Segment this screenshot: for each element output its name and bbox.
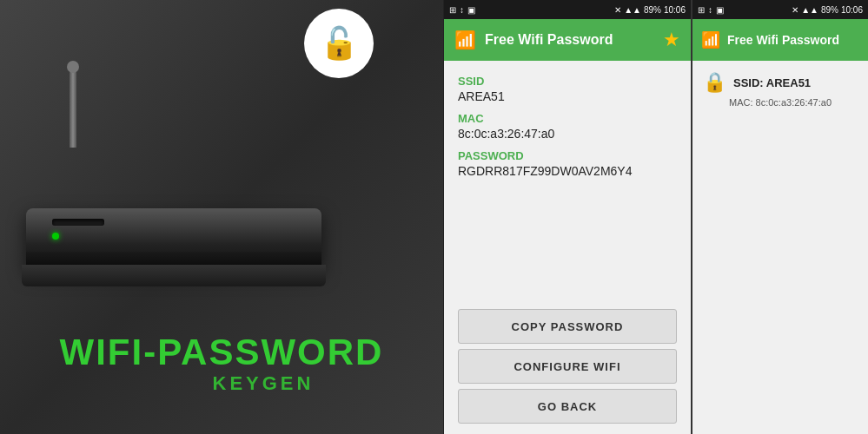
mini-screenshot-icon: ▣ bbox=[716, 5, 724, 15]
unlock-icon: 🔓 bbox=[320, 25, 359, 62]
status-bar-right: ⊞ ↕ ▣ ✕ ▲▲ 89% 10:06 bbox=[692, 0, 868, 19]
phone-screen-right: ⊞ ↕ ▣ ✕ ▲▲ 89% 10:06 📶 Free Wifi Passwor… bbox=[691, 0, 868, 434]
signal-bars-icon: ▲▲ bbox=[624, 5, 641, 15]
mini-status-right: ✕ ▲▲ 89% 10:06 bbox=[792, 5, 863, 15]
mini-battery: 89% bbox=[821, 5, 838, 15]
screenshot-icon: ▣ bbox=[467, 5, 475, 15]
mini-sync-icon: ↕ bbox=[708, 5, 712, 15]
battery-percent: 89% bbox=[644, 5, 661, 15]
router-base bbox=[22, 265, 326, 286]
phone-screen-left: ⊞ ↕ ▣ ✕ ▲▲ 89% 10:06 📶 Free Wifi Passwor… bbox=[443, 0, 691, 434]
mini-status-left-icons: ⊞ ↕ ▣ bbox=[698, 5, 724, 15]
mini-wifi-icon: 📶 bbox=[701, 30, 720, 49]
mini-content: 🔒 SSID: AREA51 MAC: 8c:0c:a3:26:47:a0 bbox=[692, 61, 868, 434]
content-area: SSID AREA51 MAC 8c:0c:a3:26:47:a0 PASSWO… bbox=[444, 61, 691, 302]
go-back-button[interactable]: GO BACK bbox=[458, 389, 677, 424]
lock-icon: 🔒 bbox=[703, 71, 726, 94]
mini-usb-icon: ⊞ bbox=[698, 5, 705, 15]
status-left-icons: ⊞ ↕ ▣ bbox=[449, 5, 475, 15]
router-illustration bbox=[17, 69, 348, 295]
no-signal-icon: ✕ bbox=[614, 5, 621, 15]
password-label: PASSWORD bbox=[458, 149, 677, 162]
ssid-label: SSID bbox=[458, 75, 677, 88]
mini-ssid-value: SSID: AREA51 bbox=[733, 76, 811, 89]
mini-no-signal-icon: ✕ bbox=[792, 5, 798, 15]
configure-wifi-button[interactable]: CONFIGURE WIFI bbox=[458, 349, 677, 384]
ssid-value: AREA51 bbox=[458, 89, 677, 103]
router-antenna bbox=[70, 69, 76, 148]
password-value: RGDRR817FZ99DW0AV2M6Y4 bbox=[458, 164, 677, 178]
buttons-area: COPY PASSWORD CONFIGURE WIFI GO BACK bbox=[444, 302, 691, 434]
unlock-icon-circle: 🔓 bbox=[304, 9, 374, 78]
status-right-info: ✕ ▲▲ 89% 10:06 bbox=[614, 5, 686, 15]
router-body bbox=[26, 208, 321, 269]
status-bar-left: ⊞ ↕ ▣ ✕ ▲▲ 89% 10:06 bbox=[444, 0, 691, 19]
mini-app-title: Free Wifi Password bbox=[727, 33, 839, 47]
right-panels: ⊞ ↕ ▣ ✕ ▲▲ 89% 10:06 📶 Free Wifi Passwor… bbox=[443, 0, 868, 434]
left-panel: 🔓 WIFI-PASSWORD KEYGEN bbox=[0, 0, 443, 434]
app-title: WIFI-PASSWORD bbox=[60, 332, 384, 372]
wifi-header-icon: 📶 bbox=[454, 30, 476, 50]
favorite-star-icon: ★ bbox=[663, 29, 680, 51]
mac-label: MAC bbox=[458, 112, 677, 125]
sync-icon: ↕ bbox=[460, 5, 464, 15]
mac-value: 8c:0c:a3:26:47:a0 bbox=[458, 127, 677, 141]
usb-icon: ⊞ bbox=[449, 5, 456, 15]
app-header-right: 📶 Free Wifi Password bbox=[692, 19, 868, 61]
mini-time: 10:06 bbox=[841, 5, 863, 15]
copy-password-button[interactable]: COPY PASSWORD bbox=[458, 309, 677, 344]
mini-signal-icon: ▲▲ bbox=[801, 5, 818, 15]
time-display: 10:06 bbox=[664, 5, 686, 15]
router-led bbox=[52, 233, 59, 240]
app-header-title: Free Wifi Password bbox=[485, 32, 654, 48]
mini-ssid-row: 🔒 SSID: AREA51 bbox=[703, 71, 858, 94]
app-subtitle: KEYGEN bbox=[60, 372, 384, 395]
mini-mac-value: MAC: 8c:0c:a3:26:47:a0 bbox=[703, 97, 858, 108]
app-header-left: 📶 Free Wifi Password ★ bbox=[444, 19, 691, 61]
